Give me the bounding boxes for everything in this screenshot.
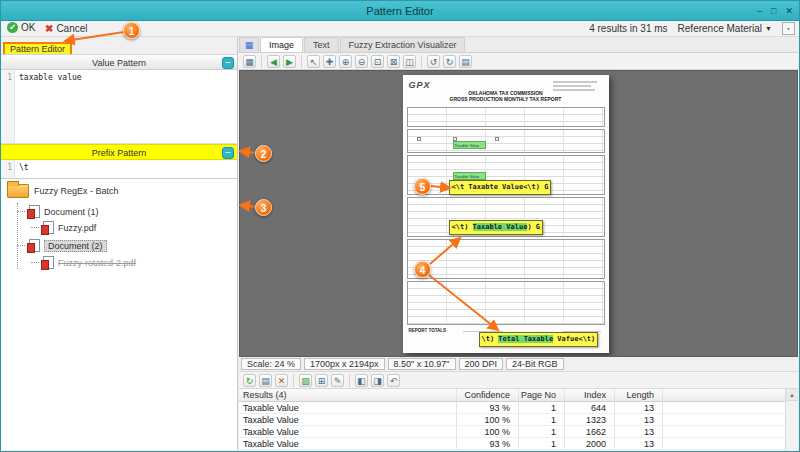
tab-fuzzy-extraction-visualizer[interactable]: Fuzzy Extraction Visualizer	[340, 37, 466, 52]
refresh-icon[interactable]: ↻	[243, 374, 256, 387]
copy-icon[interactable]: ▨	[299, 374, 312, 387]
page-next-icon[interactable]: ▶	[283, 55, 296, 68]
report-totals-label: REPORT TOTALS	[409, 328, 447, 333]
prefix-pattern-header: Prefix Pattern −	[1, 144, 237, 160]
rotate-left-icon[interactable]: ↺	[427, 55, 440, 68]
batch-tree: Fuzzy RegEx - Batch Document (1) Fuzzy.p…	[1, 178, 237, 450]
results-toolbar: ↻ ▤ ✕ ▨ ⊞ ✎ ◧ ◨ ↶	[239, 372, 798, 389]
form-section	[407, 107, 605, 127]
col-confidence[interactable]: Confidence	[457, 389, 519, 401]
value-pattern-editor[interactable]: 1 taxable value	[1, 70, 237, 144]
results-scrollbar[interactable]: ▲	[785, 389, 798, 450]
col-index[interactable]: Index	[565, 389, 615, 401]
ok-button[interactable]: ✔ OK	[7, 22, 35, 33]
prefix-pattern-title: Prefix Pattern	[92, 148, 147, 158]
value-pattern-collapse-button[interactable]: −	[222, 57, 234, 69]
column-right-icon[interactable]: ◨	[371, 374, 384, 387]
tree-node-document-2[interactable]: Document (2)	[17, 239, 107, 252]
tab-panel-icon[interactable]: ▦	[239, 37, 259, 52]
zoom-fit-icon[interactable]: ⊡	[371, 55, 384, 68]
edit-icon[interactable]: ✎	[331, 374, 344, 387]
ok-check-icon: ✔	[7, 22, 18, 33]
extraction-overlay-c: \t) Total Taxable Vafue<\t)	[479, 332, 599, 347]
form-section	[407, 281, 605, 325]
document-viewer[interactable]: GPX Oklahoma Tax Commission Gross Produc…	[239, 70, 798, 357]
zoom-width-icon[interactable]: ⊠	[387, 55, 400, 68]
column-left-icon[interactable]: ◧	[355, 374, 368, 387]
tree-node-label: Fuzzy-rotated-2.pdf	[58, 258, 136, 268]
status-inches: 8.50" x 10.97"	[388, 358, 456, 370]
results-title: Results (4)	[239, 389, 457, 401]
tree-node-label-selected: Document (2)	[44, 240, 107, 252]
pattern-tab-strip: Pattern Editor	[1, 37, 237, 54]
document-page: GPX Oklahoma Tax Commission Gross Produc…	[403, 75, 609, 353]
viewer-toolbar: ▦ ◀ ▶ ↖ ✚ ⊕ ⊖ ⊡ ⊠ ◫ ↺ ↻ ▤	[239, 53, 798, 70]
thumbnails-icon[interactable]: ▦	[243, 55, 256, 68]
grid-icon[interactable]: ▤	[459, 55, 472, 68]
export-icon[interactable]: ▤	[259, 374, 272, 387]
undo-icon[interactable]: ↶	[387, 374, 400, 387]
cancel-x-icon: ✖	[45, 22, 53, 35]
col-length[interactable]: Length	[615, 389, 663, 401]
chevron-down-icon: ▼	[765, 25, 772, 32]
results-header-row: Results (4) Confidence Page No Index Len…	[239, 389, 798, 402]
tree-node-fuzzy-pdf[interactable]: Fuzzy.pdf	[31, 221, 96, 234]
close-button[interactable]: ✕	[785, 1, 793, 21]
cancel-label: Cancel	[56, 23, 87, 34]
result-row[interactable]: Taxable Value 100 % 1 1323 13	[239, 414, 798, 426]
page-prev-icon[interactable]: ◀	[267, 55, 280, 68]
col-page-no[interactable]: Page No	[519, 389, 565, 401]
pattern-editor-window: Pattern Editor – □ ✕ ✔ OK ✖ Cancel 4 res…	[0, 0, 800, 452]
result-row[interactable]: Taxable Value 93 % 1 644 13	[239, 402, 798, 414]
result-row[interactable]: Taxable Value 93 % 1 2000 13	[239, 438, 798, 450]
maximize-button[interactable]: □	[771, 1, 776, 21]
scroll-up-icon[interactable]: ▲	[786, 389, 798, 401]
callout-5: 5	[414, 178, 431, 195]
rotate-right-icon[interactable]: ↻	[443, 55, 456, 68]
viewer-status-bar: Scale: 24 % 1700px x 2194px 8.50" x 10.9…	[239, 357, 798, 372]
value-pattern-code: taxable value	[15, 70, 82, 143]
callout-4: 4	[414, 261, 431, 278]
tree-node-fuzzy-rotated-pdf[interactable]: Fuzzy-rotated-2.pdf	[31, 256, 136, 269]
title-bar: Pattern Editor – □ ✕	[1, 1, 799, 21]
top-toolbar: ✔ OK ✖ Cancel 4 results in 31 ms Referen…	[1, 21, 799, 37]
callout-3: 3	[255, 199, 272, 216]
form-section	[407, 129, 605, 153]
tab-image[interactable]: Image	[260, 37, 303, 52]
select-icon[interactable]: ↖	[307, 55, 320, 68]
delete-icon[interactable]: ✕	[275, 374, 288, 387]
minimize-button[interactable]: –	[757, 1, 762, 21]
match-highlight: Taxable Value	[453, 172, 486, 180]
tree-root-label: Fuzzy RegEx - Batch	[34, 186, 119, 196]
status-colordepth: 24-Bit RGB	[506, 358, 564, 370]
value-pattern-header: Value Pattern −	[1, 54, 237, 70]
reference-material-dropdown[interactable]: Reference Material ▼	[678, 23, 772, 34]
status-pixels: 1700px x 2194px	[304, 358, 385, 370]
viewer-tab-strip: ▦ Image Text Fuzzy Extraction Visualizer	[239, 37, 798, 53]
cancel-button[interactable]: ✖ Cancel	[45, 22, 88, 35]
pan-icon[interactable]: ✚	[323, 55, 336, 68]
tree-node-label: Document (1)	[44, 207, 99, 217]
form-section	[407, 239, 605, 279]
extraction-overlay-a: <\t Taxabte Value<\t) G	[449, 180, 552, 195]
tree-node-label: Fuzzy.pdf	[58, 223, 96, 233]
line-number: 1	[1, 70, 15, 143]
add-icon[interactable]: ⊞	[315, 374, 328, 387]
tree-node-document-1[interactable]: Document (1)	[17, 205, 99, 218]
callout-2: 2	[255, 145, 272, 162]
zoom-in-icon[interactable]: ⊕	[339, 55, 352, 68]
window-title: Pattern Editor	[366, 5, 433, 17]
tree-root-node[interactable]: Fuzzy RegEx - Batch	[7, 184, 119, 198]
extraction-overlay-b: <\t) Taxable Value) G	[449, 220, 544, 235]
zoom-out-icon[interactable]: ⊖	[355, 55, 368, 68]
pattern-panel: Pattern Editor Value Pattern − 1 taxable…	[1, 37, 238, 450]
prefix-pattern-collapse-button[interactable]: −	[222, 147, 234, 159]
result-row[interactable]: Taxable Value 100 % 1 1662 13	[239, 426, 798, 438]
zoom-page-icon[interactable]: ◫	[403, 55, 416, 68]
pin-panel-button[interactable]: ▪	[782, 22, 795, 35]
reference-material-label: Reference Material	[678, 23, 762, 34]
results-table: Results (4) Confidence Page No Index Len…	[239, 389, 798, 450]
document-icon	[29, 239, 40, 252]
tab-text[interactable]: Text	[304, 37, 339, 52]
callout-1: 1	[123, 22, 140, 39]
